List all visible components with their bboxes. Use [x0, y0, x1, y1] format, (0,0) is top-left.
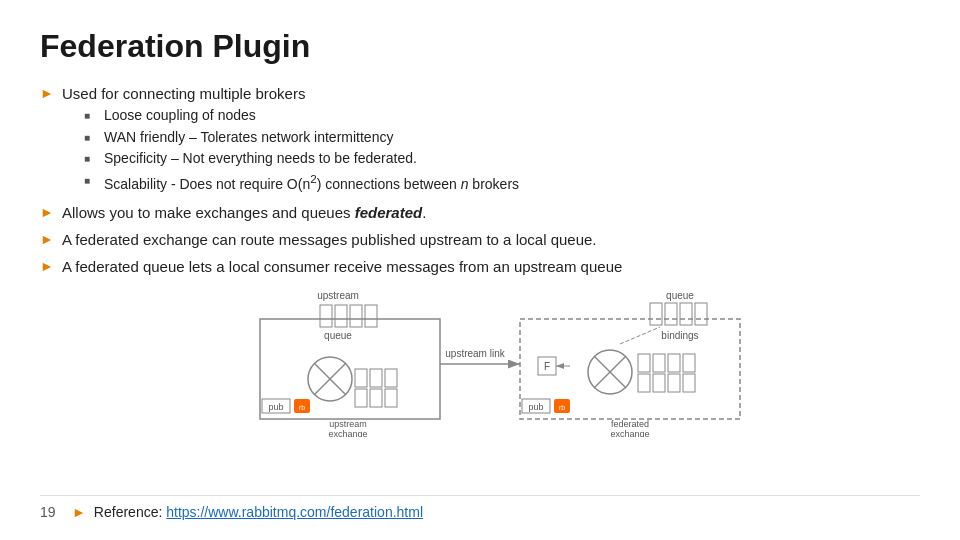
sub-bullet-1-2-text: WAN friendly – Tolerates network intermi…	[104, 128, 393, 148]
square-icon-1-3: ■	[84, 153, 96, 164]
bullet-4-text: A federated queue lets a local consumer …	[62, 256, 622, 277]
arrow-icon-3: ►	[40, 231, 54, 247]
svg-rect-14	[370, 389, 382, 407]
slide: Federation Plugin ► Used for connecting …	[0, 0, 960, 540]
sub-bullet-1-1-text: Loose coupling of nodes	[104, 106, 256, 126]
svg-rect-12	[385, 369, 397, 387]
footer-reference: Reference: https://www.rabbitmq.com/fede…	[94, 504, 423, 520]
svg-text:upstream link: upstream link	[445, 348, 505, 359]
svg-rect-26	[650, 303, 662, 325]
sub-bullet-1-2: ■ WAN friendly – Tolerates network inter…	[84, 128, 519, 148]
svg-text:exchange: exchange	[328, 429, 367, 437]
svg-rect-25	[520, 319, 740, 419]
svg-rect-10	[355, 369, 367, 387]
square-icon-1-4: ■	[84, 175, 96, 186]
bullet-2-text: Allows you to make exchanges and queues …	[62, 202, 426, 223]
bullet-1-text: Used for connecting multiple brokers	[62, 85, 305, 102]
arrow-icon-1: ►	[40, 85, 54, 101]
diagram-container: upstream queue pub rb	[40, 289, 920, 437]
svg-text:queue: queue	[666, 290, 694, 301]
svg-rect-13	[355, 389, 367, 407]
arrow-icon-2: ►	[40, 204, 54, 220]
svg-text:rb: rb	[299, 404, 305, 411]
reference-label: Reference:	[94, 504, 166, 520]
svg-rect-1	[320, 305, 332, 327]
svg-text:queue: queue	[324, 330, 352, 341]
svg-rect-43	[653, 374, 665, 392]
bullet-4: ► A federated queue lets a local consume…	[40, 256, 920, 277]
sub-bullets-1: ■ Loose coupling of nodes ■ WAN friendly…	[84, 106, 519, 194]
svg-rect-38	[638, 354, 650, 372]
svg-text:federated: federated	[611, 419, 649, 429]
slide-number: 19	[40, 504, 64, 520]
svg-rect-44	[668, 374, 680, 392]
svg-rect-45	[683, 374, 695, 392]
svg-text:pub: pub	[268, 402, 283, 412]
svg-rect-28	[680, 303, 692, 325]
svg-rect-4	[365, 305, 377, 327]
svg-text:F: F	[544, 361, 550, 372]
sub-bullet-1-3-text: Specificity – Not everything needs to be…	[104, 149, 417, 169]
content-area: ► Used for connecting multiple brokers ■…	[40, 83, 920, 491]
sub-bullet-1-3: ■ Specificity – Not everything needs to …	[84, 149, 519, 169]
svg-text:upstream: upstream	[317, 290, 359, 301]
arrow-icon-4: ►	[40, 258, 54, 274]
square-icon-1-1: ■	[84, 110, 96, 121]
svg-rect-39	[653, 354, 665, 372]
svg-text:rb: rb	[559, 404, 565, 411]
svg-line-32	[620, 327, 660, 344]
svg-rect-11	[370, 369, 382, 387]
bullet-1: ► Used for connecting multiple brokers ■…	[40, 83, 920, 196]
svg-text:bindings: bindings	[661, 330, 698, 341]
svg-rect-2	[335, 305, 347, 327]
sub-bullet-1-4: ■ Scalability - Does not require O(n2) c…	[84, 171, 519, 194]
reference-link[interactable]: https://www.rabbitmq.com/federation.html	[166, 504, 423, 520]
svg-rect-29	[695, 303, 707, 325]
svg-rect-41	[683, 354, 695, 372]
bullet-3-text: A federated exchange can route messages …	[62, 229, 597, 250]
bullet-2: ► Allows you to make exchanges and queue…	[40, 202, 920, 223]
svg-rect-40	[668, 354, 680, 372]
sub-bullet-1-1: ■ Loose coupling of nodes	[84, 106, 519, 126]
svg-rect-42	[638, 374, 650, 392]
svg-rect-27	[665, 303, 677, 325]
square-icon-1-2: ■	[84, 132, 96, 143]
svg-text:upstream: upstream	[329, 419, 367, 429]
svg-text:exchange: exchange	[610, 429, 649, 437]
footer-arrow-icon: ►	[72, 504, 86, 520]
svg-text:pub: pub	[528, 402, 543, 412]
slide-title: Federation Plugin	[40, 28, 920, 65]
bullet-3: ► A federated exchange can route message…	[40, 229, 920, 250]
federated-text: federated	[355, 204, 423, 221]
sub-bullet-1-4-text: Scalability - Does not require O(n2) con…	[104, 171, 519, 194]
svg-rect-3	[350, 305, 362, 327]
svg-rect-15	[385, 389, 397, 407]
federation-diagram: upstream queue pub rb	[200, 289, 760, 437]
footer: 19 ► Reference: https://www.rabbitmq.com…	[40, 495, 920, 520]
